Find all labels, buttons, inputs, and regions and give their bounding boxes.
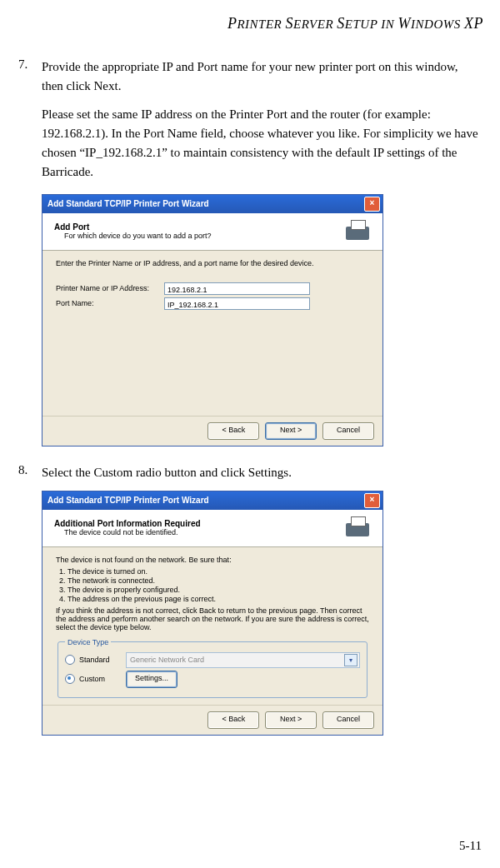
label-printer-ip: Printer Name or IP Address: (56, 284, 164, 292)
close-icon[interactable]: × (364, 493, 380, 508)
cancel-button[interactable]: Cancel (322, 711, 374, 729)
next-button[interactable]: Next > (265, 422, 317, 440)
close-icon[interactable]: × (364, 197, 380, 212)
step-7: 7. Provide the appropriate IP and Port n… (18, 57, 482, 97)
radio-custom-label: Custom (79, 675, 121, 683)
step-7-text: Provide the appropriate IP and Port name… (42, 57, 482, 97)
radio-custom[interactable] (65, 674, 75, 684)
dialog2-title-text: Add Standard TCP/IP Printer Port Wizard (48, 496, 209, 505)
step-7-paragraph: Please set the same IP address on the Pr… (42, 105, 482, 182)
dialog2-banner: Additional Port Information Required The… (42, 510, 382, 547)
dialog-add-port: Add Standard TCP/IP Printer Port Wizard … (42, 194, 383, 446)
check-item: The network is connected. (68, 576, 369, 585)
step-8-text: Select the Custom radio button and click… (42, 463, 482, 482)
next-button[interactable]: Next > (265, 711, 317, 729)
dialog1-banner: Add Port For which device do you want to… (42, 213, 382, 251)
back-button[interactable]: < Back (208, 711, 259, 729)
radio-standard-label: Standard (79, 656, 121, 664)
input-printer-ip[interactable]: 192.168.2.1 (164, 282, 310, 295)
dialog2-intro: The device is not found on the network. … (56, 556, 369, 564)
dialog1-banner-subtitle: For which device do you want to add a po… (64, 232, 341, 240)
back-button[interactable]: < Back (208, 422, 259, 440)
dialog2-buttons: < Back Next > Cancel (42, 705, 382, 735)
input-port-name[interactable]: IP_192.168.2.1 (164, 297, 310, 310)
cancel-button[interactable]: Cancel (322, 422, 374, 440)
dialog1-buttons: < Back Next > Cancel (42, 416, 382, 446)
step-8-number: 8. (18, 463, 42, 482)
dialog2-banner-subtitle: The device could not be identified. (64, 528, 341, 536)
device-type-select: Generic Network Card ▾ (126, 652, 360, 668)
device-type-group: Device Type Standard Generic Network Car… (58, 638, 368, 698)
dialog1-titlebar[interactable]: Add Standard TCP/IP Printer Port Wizard … (42, 195, 382, 213)
check-item: The device is properly configured. (68, 586, 369, 594)
dialog1-intro: Enter the Printer Name or IP address, an… (56, 259, 369, 267)
label-port-name: Port Name: (56, 299, 164, 307)
dialog-additional-port-info: Add Standard TCP/IP Printer Port Wizard … (42, 491, 383, 736)
chevron-down-icon: ▾ (344, 654, 358, 666)
page-number: 5-11 (459, 839, 482, 853)
printer-icon (341, 515, 374, 541)
device-type-select-value: Generic Network Card (130, 656, 204, 664)
settings-button[interactable]: Settings... (126, 671, 178, 688)
device-type-legend: Device Type (65, 638, 111, 646)
radio-standard[interactable] (65, 655, 75, 665)
step-8: 8. Select the Custom radio button and cl… (18, 463, 482, 482)
dialog2-titlebar[interactable]: Add Standard TCP/IP Printer Port Wizard … (42, 491, 382, 510)
step-7-number: 7. (18, 57, 42, 97)
check-item: The address on the previous page is corr… (68, 595, 369, 603)
check-item: The device is turned on. (68, 567, 369, 576)
dialog2-check-list: The device is turned on. The network is … (68, 567, 369, 603)
printer-icon (341, 218, 374, 245)
dialog2-after-text: If you think the address is not correct,… (56, 606, 369, 631)
dialog1-title-text: Add Standard TCP/IP Printer Port Wizard (48, 199, 209, 208)
running-header: PRINTER SERVER SETUP IN WINDOWS XP (0, 0, 500, 32)
dialog1-banner-title: Add Port (54, 222, 341, 232)
dialog2-banner-title: Additional Port Information Required (54, 519, 341, 528)
